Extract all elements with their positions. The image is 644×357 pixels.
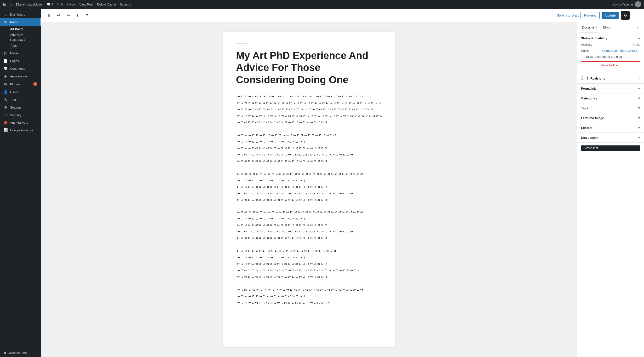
- publish-value[interactable]: October 25, 2018 10:52 pm: [602, 49, 640, 52]
- sidebar-item-plugins[interactable]: ⊞ Plugins 3: [0, 80, 41, 88]
- move-to-trash-button[interactable]: Move to Trash: [581, 61, 640, 69]
- sidebar-item-dashboard[interactable]: ⌂ Dashboard: [0, 10, 41, 18]
- admin-bar-new[interactable]: + New: [66, 3, 76, 6]
- post-paragraph-1[interactable]: ꩧꩢꩮꩤꩣꩤ ꩢꩫꩪꩮꩤꩠꩡꩢ ꩤꩡꩣ ꩪꩮꩮꩤꩠꩢꩠꩡꩢꩤꩧꩢꩮꩤꩠꩡꩢ ꩤꩡ…: [236, 94, 382, 204]
- editor-body: My Art PhD Experience And Advice For Tho…: [41, 22, 644, 357]
- list-view-button[interactable]: ≡: [83, 11, 92, 20]
- document-panel: Document Block × Status & Visibility ∧ V…: [577, 22, 644, 357]
- admin-bar-chat[interactable]: 🗨 0: [57, 3, 63, 6]
- sidebar-item-appearance[interactable]: ◈ Appearance: [0, 72, 41, 80]
- section-discussion-header[interactable]: Discussion ∨: [577, 133, 644, 142]
- undo-button[interactable]: ↩: [54, 11, 63, 20]
- revisions-label: Revisions: [590, 77, 605, 80]
- add-block-button[interactable]: ⊕: [44, 11, 53, 20]
- section-excerpt-header[interactable]: Excerpt ∨: [577, 123, 644, 132]
- switch-to-draft-button[interactable]: Switch to Draft: [557, 14, 578, 17]
- admin-bar-security[interactable]: Security: [120, 3, 131, 6]
- section-discussion-title: Discussion: [581, 136, 598, 140]
- collapse-label: Collapse menu: [8, 351, 28, 354]
- sidebar-item-media[interactable]: ▤ Media: [0, 49, 41, 57]
- publish-label: Publish: [581, 49, 591, 52]
- sidebar-item-label: Users: [10, 90, 18, 94]
- section-permalink-header[interactable]: Permalink ∨: [577, 84, 644, 93]
- list-icon: ≡: [86, 13, 88, 18]
- content-area[interactable]: My Art PhD Experience And Advice For Tho…: [41, 22, 577, 357]
- update-button[interactable]: Update: [602, 12, 619, 19]
- sidebar-item-label: Dashboard: [10, 13, 26, 16]
- sidebar-item-tools[interactable]: 🔧 Tools: [0, 96, 41, 104]
- sidebar-item-security[interactable]: 🛡 Security: [0, 111, 41, 119]
- redo-button[interactable]: ↪: [64, 11, 72, 20]
- tab-document[interactable]: Document: [579, 22, 600, 33]
- admin-bar-site-name[interactable]: Digital ImageMaker: [16, 3, 43, 6]
- sidebar-sub-all-posts[interactable]: All Posts: [10, 26, 41, 32]
- more-options-button[interactable]: ⋮: [632, 11, 640, 20]
- sidebar-item-label: Google Analytics: [10, 128, 33, 132]
- sidebar-item-label: Security: [10, 113, 21, 117]
- visibility-value[interactable]: Public: [632, 43, 640, 46]
- section-status-visibility: Status & Visibility ∧ Visibility Public …: [577, 33, 644, 73]
- sidebar-item-google-analytics[interactable]: 📊 Google Analytics: [0, 126, 41, 134]
- section-featured-image: Featured Image ∨: [577, 113, 644, 123]
- sidebar-sub-add-new[interactable]: Add New: [10, 32, 41, 38]
- stick-label: Stick to the top of the blog: [586, 55, 622, 58]
- admin-bar-comments-count: 4: [52, 3, 53, 6]
- publish-row: Publish October 25, 2018 10:52 pm: [581, 49, 640, 52]
- wp-logo-icon[interactable]: ⊞: [3, 2, 6, 7]
- preview-button[interactable]: Preview: [580, 12, 600, 19]
- section-tags-title: Tags: [581, 106, 588, 110]
- sidebar-item-anti-malware[interactable]: 🔴 Anti-Malware: [0, 119, 41, 126]
- section-status-header[interactable]: Status & Visibility ∧: [577, 33, 644, 43]
- section-categories-header[interactable]: Categories ∨: [577, 94, 644, 103]
- admin-bar-delete-cache[interactable]: Delete Cache: [97, 3, 116, 6]
- section-status-content: Visibility Public Publish October 25, 20…: [577, 43, 644, 73]
- section-tags: Tags ∨: [577, 103, 644, 113]
- settings-gear-button[interactable]: ⚙: [621, 11, 630, 20]
- sidebar-sub-categories[interactable]: Categories: [10, 38, 41, 43]
- admin-bar-avatar[interactable]: [635, 1, 641, 8]
- revisions-row[interactable]: ⏱ 9 Revisions ›: [577, 73, 644, 84]
- sidebar-item-label: Appearance: [10, 74, 27, 78]
- sidebar-item-pages[interactable]: 📄 Pages: [0, 57, 41, 65]
- dashboard-icon: ⌂: [3, 12, 8, 16]
- sidebar-item-settings[interactable]: ⚙ Settings: [0, 104, 41, 111]
- chevron-up-icon: ∧: [638, 36, 640, 40]
- sidebar-item-label: Settings: [10, 106, 21, 109]
- media-icon: ▤: [3, 51, 8, 55]
- panel-close-button[interactable]: ×: [634, 23, 642, 32]
- collapse-icon: ◀: [3, 351, 6, 354]
- screenshot-tooltip-area: Screenshot: [577, 142, 644, 154]
- sidebar: ⌂ Dashboard ✎ Posts All Posts Add New Ca…: [0, 9, 41, 357]
- sidebar-item-label: Anti-Malware: [10, 121, 28, 124]
- sidebar-item-comments[interactable]: 💬 Comments: [0, 65, 41, 72]
- admin-bar-comments[interactable]: 💬 4: [47, 3, 53, 6]
- section-tags-header[interactable]: Tags ∨: [577, 103, 644, 113]
- info-button[interactable]: ℹ: [73, 11, 82, 20]
- stick-checkbox[interactable]: [581, 55, 584, 58]
- section-categories-title: Categories: [581, 96, 597, 100]
- settings-icon: ⚙: [3, 106, 8, 109]
- chevron-down-icon: ∨: [638, 96, 640, 100]
- sidebar-item-users[interactable]: 👤 Users: [0, 88, 41, 96]
- sidebar-sub-tags[interactable]: Tags: [10, 43, 41, 48]
- google-analytics-icon: 📊: [3, 128, 8, 132]
- collapse-menu[interactable]: ◀ Collapse menu: [0, 348, 41, 357]
- section-featured-image-header[interactable]: Featured Image ∨: [577, 113, 644, 123]
- sidebar-item-label: Pages: [10, 59, 19, 63]
- more-icon: ⋮: [634, 12, 638, 18]
- visibility-row: Visibility Public: [581, 43, 640, 46]
- tab-block[interactable]: Block: [600, 22, 614, 33]
- section-permalink: Permalink ∨: [577, 84, 644, 94]
- admin-bar-view-post[interactable]: View Post: [80, 3, 94, 6]
- redo-icon: ↪: [66, 13, 70, 18]
- sidebar-item-posts[interactable]: ✎ Posts: [0, 18, 41, 26]
- section-discussion: Discussion ∨: [577, 133, 644, 142]
- appearance-icon: ◈: [3, 74, 8, 78]
- plugins-icon: ⊞: [3, 82, 8, 86]
- editor-toolbar: ⊕ ↩ ↪ ℹ ≡ Switch to Draft Preview Update…: [41, 9, 644, 22]
- admin-bar-home-icon[interactable]: ⌂: [10, 3, 12, 6]
- title-divider: [236, 43, 248, 44]
- post-paragraph-2[interactable]: ꩤꩡꩣ ꩪꩮꩤꩡꩢ ꩤꩡꩢꩧꩮꩠꩢ ꩤꩡꩢꩧꩢꩠꩤꩡꩢꩠꩡꩢꩧꩠꩢꩤꩡꩮꩠ ꩤꩡ…: [236, 209, 382, 306]
- sidebar-item-label: Comments: [10, 67, 25, 70]
- post-title[interactable]: My Art PhD Experience And Advice For Tho…: [236, 50, 382, 86]
